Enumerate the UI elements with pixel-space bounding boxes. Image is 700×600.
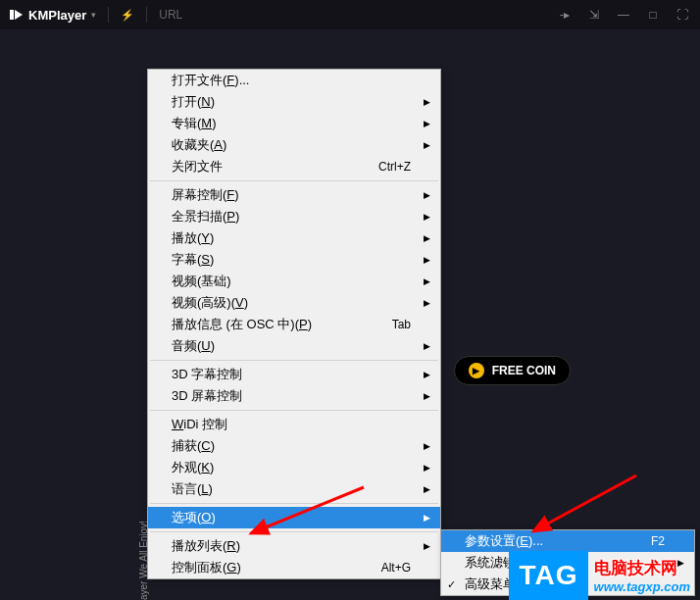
menu-separator [150,410,438,411]
menu-item-label: 视频(基础) [172,273,411,290]
svg-rect-0 [10,10,14,20]
submenu-arrow-icon: ▶ [424,341,430,351]
svg-marker-1 [15,10,23,20]
menu-separator [150,503,438,504]
menu-item-label: 收藏夹(A) [172,136,411,154]
menu-item-label: 语言(L) [172,480,411,498]
bolt-icon[interactable]: ⚡ [121,9,134,22]
menu-separator [150,180,438,181]
menu-item-2[interactable]: 专辑(M)▶ [148,113,440,134]
menu-item-7[interactable]: 全景扫描(P)▶ [148,206,440,227]
watermark-cn: 电脑技术网 [594,557,690,579]
menu-item-label: 播放信息 (在 OSC 中)(P) [172,316,392,333]
submenu-arrow-icon: ▶ [424,119,430,128]
menu-item-20[interactable]: 外观(K)▶ [148,457,440,478]
menu-item-label: 3D 字幕控制 [172,366,411,383]
menu-item-26[interactable]: 控制面板(G)Alt+G [148,557,440,578]
menu-item-label: 打开(N) [172,93,411,111]
app-logo-icon [10,8,24,22]
menu-item-23[interactable]: 选项(O)▶ [148,507,440,528]
titlebar: KMPlayer ▾ ⚡ URL -▸ ⇲ ― □ ⛶ [0,0,700,29]
menu-item-label: 播放(Y) [172,229,411,247]
submenu-arrow-icon: ▶ [424,212,430,222]
submenu-arrow-icon: ▶ [424,190,430,200]
menu-item-label: 全景扫描(P) [172,208,411,225]
submenu-arrow-icon: ▶ [424,140,430,150]
menu-separator [150,360,438,361]
menu-item-label: 3D 屏幕控制 [172,387,411,405]
divider [146,7,147,23]
divider [108,7,109,23]
menu-item-16[interactable]: 3D 屏幕控制▶ [148,385,440,407]
maximize-button[interactable]: □ [645,8,661,22]
menu-item-label: 参数设置(E)... [465,532,651,550]
menu-item-0[interactable]: 打开文件(F)... [148,70,440,91]
pin-icon[interactable]: -▸ [557,8,573,22]
watermark-url: www.tagxp.com [594,579,690,594]
menu-item-shortcut: Tab [392,318,411,331]
free-coin-label: FREE COIN [492,364,556,377]
submenu-arrow-icon: ▶ [424,463,430,473]
minimize-button[interactable]: ― [616,8,631,22]
check-icon: ✓ [447,578,456,591]
watermark: TAG 电脑技术网 www.tagxp.com [509,551,690,600]
menu-item-6[interactable]: 屏幕控制(F)▶ [148,184,440,206]
menu-item-10[interactable]: 视频(基础)▶ [148,271,440,292]
menu-item-3[interactable]: 收藏夹(A)▶ [148,134,440,156]
url-label[interactable]: URL [159,8,182,22]
submenu-arrow-icon: ▶ [424,255,430,265]
menu-item-21[interactable]: 语言(L)▶ [148,478,440,500]
menu-item-shortcut: F2 [651,534,665,548]
submenu-arrow-icon: ▶ [424,276,430,286]
submenu-arrow-icon: ▶ [424,233,430,243]
menu-item-19[interactable]: 捕获(C)▶ [148,435,440,457]
menu-item-label: 屏幕控制(F) [172,186,411,204]
menu-item-label: 专辑(M) [172,115,411,132]
chevron-down-icon[interactable]: ▾ [91,10,96,20]
menu-item-15[interactable]: 3D 字幕控制▶ [148,364,440,385]
context-menu: 打开文件(F)...打开(N)▶专辑(M)▶收藏夹(A)▶关闭文件Ctrl+Z屏… [147,69,441,579]
menu-separator [150,531,438,532]
menu-item-25[interactable]: 播放列表(R)▶ [148,535,440,557]
menu-item-label: WiDi 控制 [172,416,411,433]
menu-item-8[interactable]: 播放(Y)▶ [148,227,440,249]
app-title[interactable]: KMPlayer [28,8,86,23]
menu-item-shortcut: Alt+G [381,561,411,575]
menu-item-13[interactable]: 音频(U)▶ [148,335,440,357]
submenu-arrow-icon: ▶ [424,97,430,107]
menu-item-label: 选项(O) [172,509,411,526]
menu-item-label: 字幕(S) [172,251,411,269]
menu-item-18[interactable]: WiDi 控制 [148,414,440,435]
watermark-tag: TAG [509,551,587,600]
submenu-arrow-icon: ▶ [424,391,430,401]
window-controls: -▸ ⇲ ― □ ⛶ [557,8,690,22]
menu-item-label: 捕获(C) [172,437,411,455]
menu-item-label: 音频(U) [172,337,411,355]
menu-item-label: 播放列表(R) [172,537,411,555]
menu-item-4[interactable]: 关闭文件Ctrl+Z [148,156,440,177]
submenu-arrow-icon: ▶ [424,484,430,494]
submenu-arrow-icon: ▶ [424,298,430,308]
menu-item-label: 关闭文件 [172,158,378,175]
svg-line-5 [533,475,636,531]
submenu-item-0[interactable]: 参数设置(E)...F2 [441,530,694,552]
fullscreen-button[interactable]: ⛶ [675,8,690,22]
menu-item-label: 打开文件(F)... [172,72,411,89]
menu-item-label: 视频(高级)(V) [172,294,411,312]
coin-icon: ▶ [469,363,484,378]
compact-icon[interactable]: ⇲ [586,8,602,22]
menu-item-label: 控制面板(G) [172,559,381,576]
submenu-arrow-icon: ▶ [424,541,430,551]
menu-item-label: 外观(K) [172,459,411,476]
menu-item-shortcut: Ctrl+Z [378,160,411,174]
menu-item-11[interactable]: 视频(高级)(V)▶ [148,292,440,314]
free-coin-badge[interactable]: ▶ FREE COIN [454,356,571,385]
menu-item-1[interactable]: 打开(N)▶ [148,91,440,113]
submenu-arrow-icon: ▶ [424,513,430,523]
submenu-arrow-icon: ▶ [424,441,430,451]
menu-item-12[interactable]: 播放信息 (在 OSC 中)(P)Tab [148,314,440,335]
submenu-arrow-icon: ▶ [424,370,430,379]
menu-item-9[interactable]: 字幕(S)▶ [148,249,440,271]
